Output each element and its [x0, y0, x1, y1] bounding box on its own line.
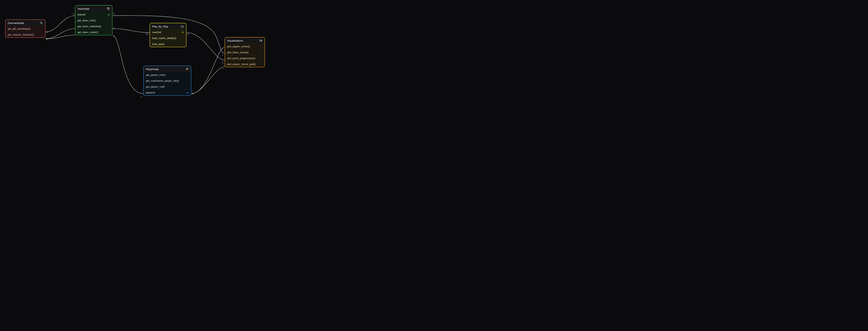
people-icon: [185, 67, 189, 71]
entity-title: PlayerData: [146, 68, 159, 71]
svg-rect-2: [107, 8, 109, 10]
row-label: plot_player_zones_grid(): [227, 63, 256, 66]
entity-title: Play_By_Play: [152, 25, 168, 28]
entity-row[interactable]: plot_player_zones(): [225, 43, 265, 49]
entity-row[interactable]: playerid pk: [144, 90, 191, 95]
entity-row[interactable]: plot_point_progression(): [225, 55, 265, 61]
entity-overviewdata[interactable]: OverviewData get_pkl_standings() get_sea…: [5, 20, 45, 38]
pk-badge: pk: [108, 13, 110, 16]
entity-title: TeamData: [78, 7, 89, 10]
row-label: load_pbp(): [152, 42, 164, 45]
cardinality-label: *: [222, 68, 223, 70]
cardinality-label: 1: [222, 61, 223, 64]
row-label: get_matchwise_player_info(): [146, 79, 179, 82]
svg-point-0: [40, 22, 42, 24]
row-label: plot_team_zones(): [227, 51, 249, 54]
svg-point-3: [108, 7, 109, 8]
cardinality-label: *: [222, 55, 223, 57]
entity-playerdata[interactable]: PlayerData get_player_info() get_matchwi…: [144, 66, 191, 96]
svg-point-4: [109, 8, 110, 8]
row-label: matchid: [152, 31, 161, 34]
entity-row[interactable]: matchid pk: [150, 29, 186, 35]
entity-row[interactable]: teamid pk: [75, 11, 112, 18]
svg-point-5: [107, 8, 107, 8]
entity-visualisations[interactable]: Visualisations plot_player_zones() plot_…: [225, 37, 265, 67]
search-icon: [39, 21, 43, 25]
entity-row[interactable]: get_team_matches(): [75, 23, 112, 29]
cardinality-label: 1: [113, 12, 115, 15]
entity-header: OverviewData: [5, 20, 45, 26]
row-label: get_team_info(): [78, 19, 96, 22]
cardinality-label: 1: [192, 92, 193, 95]
pk-badge: pk: [187, 92, 189, 94]
row-label: get_team_roster(): [78, 31, 98, 34]
row-label: load_match_details(): [152, 37, 176, 39]
entity-row[interactable]: get_team_info(): [75, 18, 112, 23]
row-label: get_player_rvd(): [146, 85, 165, 88]
row-label: teamid: [78, 13, 85, 16]
entity-row[interactable]: load_pbp(): [150, 41, 186, 47]
svg-line-1: [42, 23, 42, 24]
cardinality-label: 1: [187, 33, 188, 35]
entity-row[interactable]: plot_player_zones_grid(): [225, 61, 265, 67]
cardinality-label: 1: [46, 31, 48, 33]
row-label: get_player_info(): [146, 73, 165, 76]
row-label: plot_player_zones(): [227, 45, 250, 48]
svg-point-6: [186, 68, 187, 69]
row-label: get_season_matches(): [8, 33, 34, 36]
svg-point-7: [187, 68, 188, 69]
folder-icon: [181, 25, 184, 28]
cardinality-label: *: [141, 96, 142, 98]
cardinality-label: 1: [73, 12, 74, 15]
entity-header: Visualisations: [225, 37, 265, 43]
row-label: get_team_matches(): [78, 25, 101, 28]
entity-row[interactable]: load_match_details(): [150, 35, 186, 41]
pk-badge: pk: [182, 31, 184, 33]
entity-row[interactable]: get_player_info(): [144, 72, 191, 78]
entity-header: Play_By_Play: [150, 23, 186, 29]
cardinality-label: *: [113, 36, 114, 38]
entity-row[interactable]: get_pkl_standings(): [5, 26, 45, 32]
entity-row[interactable]: get_team_roster(): [75, 29, 112, 35]
row-label: playerid: [146, 91, 155, 94]
entity-row[interactable]: get_matchwise_player_info(): [144, 78, 191, 84]
row-label: get_pkl_standings(): [8, 27, 30, 30]
entity-header: TeamData: [75, 5, 112, 11]
entity-title: OverviewData: [8, 22, 24, 25]
row-label: plot_point_progression(): [227, 57, 255, 60]
entity-row[interactable]: get_player_rvd(): [144, 84, 191, 90]
cardinality-label: 1: [146, 33, 147, 35]
entity-header: PlayerData: [144, 66, 191, 72]
entity-title: Visualisations: [227, 39, 243, 42]
cardinality-label: 1: [46, 37, 48, 40]
entity-teamdata[interactable]: TeamData teamid pk get_team_info() get_t…: [75, 5, 113, 35]
entity-row[interactable]: plot_team_zones(): [225, 49, 265, 55]
entity-row[interactable]: get_season_matches(): [5, 32, 45, 37]
teams-icon: [106, 7, 110, 10]
cardinality-label: 1: [147, 33, 148, 35]
svg-rect-8: [259, 40, 261, 41]
cardinality-label: 1: [113, 27, 115, 30]
entity-play-by-play[interactable]: Play_By_Play matchid pk load_match_detai…: [150, 23, 186, 47]
video-icon: [259, 39, 262, 42]
cardinality-label: *: [222, 48, 223, 51]
